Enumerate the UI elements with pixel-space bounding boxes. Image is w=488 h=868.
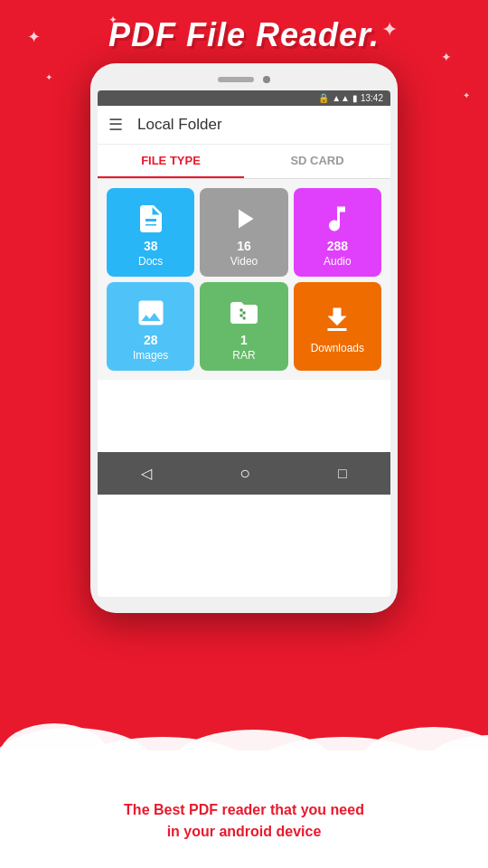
top-bar: ☰ Local Folder [98,106,390,145]
battery-icon: ▮ [352,93,358,103]
phone-bottom [98,597,390,604]
clouds-decoration [0,696,488,773]
time-display: 13:42 [361,93,383,103]
audio-label: Audio [324,255,352,268]
svg-rect-3 [239,315,242,317]
phone-top [98,76,390,83]
signal-icon: ▲▲ [332,93,350,103]
phone-speaker [218,77,254,82]
video-count: 16 [237,239,251,253]
images-label: Images [133,349,168,362]
downloads-card[interactable]: Downloads [294,282,381,371]
bottom-text-container: The Best PDF reader that you need in you… [124,799,364,843]
rar-label: RAR [232,349,255,362]
status-bar: 🔒 ▲▲ ▮ 13:42 [98,90,390,106]
recent-button[interactable]: □ [338,466,347,482]
rar-card[interactable]: 1 RAR [200,282,287,371]
phone-nav-bar: ◁ ○ □ [98,452,390,495]
tab-sd-card[interactable]: SD CARD [244,145,390,178]
back-button[interactable]: ◁ [141,465,152,482]
svg-rect-13 [0,750,488,773]
clouds-svg [0,696,488,773]
images-card[interactable]: 28 Images [107,282,194,371]
docs-card[interactable]: 38 Docs [107,188,194,277]
audio-count: 288 [327,239,348,253]
downloads-icon [321,304,353,336]
star-icon: ✦ [463,90,470,100]
home-button[interactable]: ○ [239,463,250,484]
video-card[interactable]: 16 Video [200,188,287,277]
rar-count: 1 [240,333,248,347]
images-icon [135,297,167,329]
video-icon [228,203,260,235]
bottom-text-section: The Best PDF reader that you need in you… [0,773,488,868]
tab-bar: FILE TYPE SD CARD [98,145,390,179]
svg-rect-0 [145,226,156,228]
rar-icon [228,297,260,329]
screen-title: Local Folder [137,116,222,134]
menu-button[interactable]: ☰ [108,115,123,135]
svg-point-5 [239,317,244,322]
docs-label: Docs [138,255,163,268]
docs-count: 38 [144,239,158,253]
video-label: Video [230,255,258,268]
audio-card[interactable]: 288 Audio [294,188,381,277]
star-icon: ✦ [45,72,52,82]
docs-icon [135,203,167,235]
empty-space [98,380,390,452]
tab-file-type[interactable]: FILE TYPE [98,145,244,178]
bottom-text-line2: in your android device [124,821,364,843]
app-title-container: PDF File Reader. [0,0,488,63]
phone-frame: 🔒 ▲▲ ▮ 13:42 ☰ Local Folder FILE TYPE SD… [90,63,398,613]
downloads-label: Downloads [311,342,364,354]
wifi-icon: 🔒 [318,93,329,103]
phone-screen: 🔒 ▲▲ ▮ 13:42 ☰ Local Folder FILE TYPE SD… [98,90,390,597]
images-count: 28 [144,333,158,347]
bottom-text-line1: The Best PDF reader that you need [124,799,364,821]
file-grid: 38 Docs 16 Video 288 Audio [98,179,390,380]
svg-rect-1 [239,309,242,312]
app-title: PDF File Reader. [108,16,380,53]
status-icons: 🔒 ▲▲ ▮ 13:42 [318,93,383,103]
phone-camera [263,76,270,83]
svg-rect-2 [242,312,245,315]
audio-icon [321,203,353,235]
